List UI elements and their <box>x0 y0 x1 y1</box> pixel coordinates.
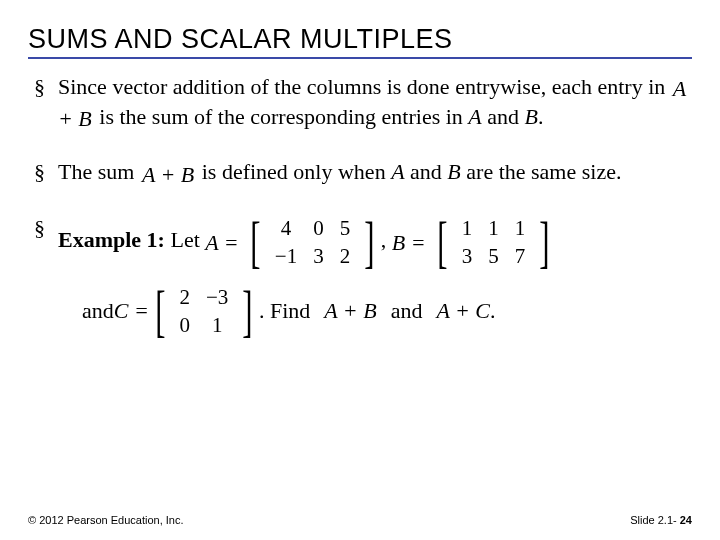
b1-A: A <box>468 104 481 129</box>
footer-page: 24 <box>680 514 692 526</box>
eq-B-lhs: B = <box>392 229 426 257</box>
C-10: 0 <box>171 311 198 339</box>
b2-math-ab: A + B <box>140 162 196 187</box>
bracket-left-icon: [ <box>250 216 260 268</box>
sub-and2: and <box>391 297 423 325</box>
sub-find: . Find <box>259 297 310 325</box>
matrix-B: [ 111357 ] <box>433 214 554 271</box>
footer-slide-number: Slide 2.1- 24 <box>630 514 692 526</box>
C-11: 1 <box>198 311 236 339</box>
bullet-3: Example 1: Let A = [ 405−132 ] , B = [ 1… <box>34 214 692 339</box>
sub-end: . <box>490 297 496 325</box>
b2-text-c: are the same size. <box>461 159 622 184</box>
matrix-C: [ 2−301 ] <box>151 283 257 340</box>
eq-A-lhs: A = <box>205 229 238 257</box>
b1-B: B <box>525 104 538 129</box>
bullet-1: Since vector addition of the columns is … <box>34 73 692 132</box>
B-00: 1 <box>454 214 481 242</box>
C-00: 2 <box>171 283 198 311</box>
sub-expr2: A + C <box>436 297 490 325</box>
b1-text-b: is the sum of the corresponding entries … <box>94 104 469 129</box>
A-01: 0 <box>305 214 332 242</box>
bracket-left-icon: [ <box>437 216 447 268</box>
C-01: −3 <box>198 283 236 311</box>
B-10: 3 <box>454 242 481 270</box>
sub-and1: and <box>82 297 114 325</box>
B-02: 1 <box>507 214 534 242</box>
bracket-right-icon: ] <box>539 216 549 268</box>
b1-text-a: Since vector addition of the columns is … <box>58 74 671 99</box>
b2-A: A <box>391 159 404 184</box>
A-11: 3 <box>305 242 332 270</box>
b2-text-a: The sum <box>58 159 140 184</box>
bracket-right-icon: ] <box>242 285 252 337</box>
B-01: 1 <box>480 214 507 242</box>
slide-footer: © 2012 Pearson Education, Inc. Slide 2.1… <box>28 514 692 526</box>
A-12: 2 <box>332 242 359 270</box>
bullet-list: Since vector addition of the columns is … <box>28 73 692 339</box>
A-00: 4 <box>267 214 305 242</box>
eq-comma1: , <box>381 228 387 253</box>
bracket-left-icon: [ <box>155 285 165 337</box>
sub-expr1: A + B <box>324 297 376 325</box>
bullet-3-row2: and C = [ 2−301 ] . Find A + B and A + C… <box>58 283 692 340</box>
b3-label: Example 1: <box>58 228 165 253</box>
A-02: 5 <box>332 214 359 242</box>
matrix-A: [ 405−132 ] <box>246 214 379 271</box>
B-11: 5 <box>480 242 507 270</box>
footer-prefix: Slide 2.1- <box>630 514 680 526</box>
b2-B: B <box>447 159 460 184</box>
eq-C-lhs: C = <box>114 297 149 325</box>
b2-text-b: is defined only when <box>196 159 391 184</box>
bullet-2: The sum A + B is defined only when A and… <box>34 158 692 188</box>
b2-and: and <box>405 159 448 184</box>
b3-let: Let <box>165 228 205 253</box>
B-12: 7 <box>507 242 534 270</box>
A-10: −1 <box>267 242 305 270</box>
b1-end: . <box>538 104 544 129</box>
bracket-right-icon: ] <box>364 216 374 268</box>
b1-and: and <box>482 104 525 129</box>
slide-title: SUMS AND SCALAR MULTIPLES <box>28 24 692 59</box>
footer-copyright: © 2012 Pearson Education, Inc. <box>28 514 183 526</box>
